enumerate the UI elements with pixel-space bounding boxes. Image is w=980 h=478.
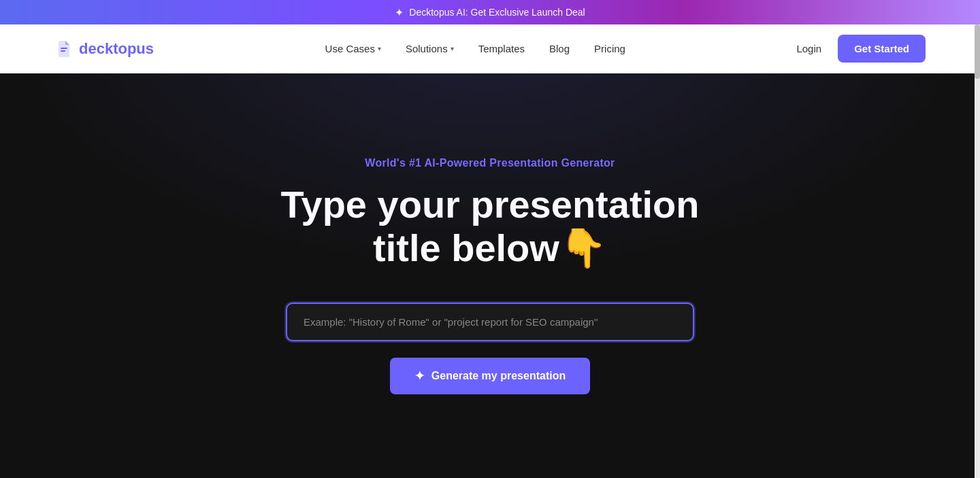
get-started-button[interactable]: Get Started bbox=[838, 35, 926, 63]
svg-rect-0 bbox=[61, 48, 67, 49]
nav-links: Use Cases ▾ Solutions ▾ Templates Blog P… bbox=[325, 43, 625, 54]
nav-link-blog[interactable]: Blog bbox=[549, 43, 570, 54]
generate-button-label: Generate my presentation bbox=[431, 370, 566, 382]
banner-text: Decktopus AI: Get Exclusive Launch Deal bbox=[409, 7, 585, 18]
chevron-down-icon: ▾ bbox=[451, 45, 454, 52]
hero-title: Type your presentation title below👇 bbox=[252, 183, 728, 271]
sparkle-icon: ✦ bbox=[414, 369, 425, 383]
logo-text: decktopus bbox=[79, 40, 154, 58]
logo-icon bbox=[54, 39, 74, 58]
login-button[interactable]: Login bbox=[796, 43, 821, 54]
pointing-down-emoji: 👇 bbox=[559, 226, 607, 270]
svg-rect-1 bbox=[61, 50, 65, 52]
generate-presentation-button[interactable]: ✦ Generate my presentation bbox=[390, 358, 590, 394]
scrollbar-thumb[interactable] bbox=[975, 24, 980, 79]
logo-link[interactable]: decktopus bbox=[54, 39, 154, 58]
nav-link-templates[interactable]: Templates bbox=[478, 43, 525, 54]
search-container bbox=[286, 303, 694, 341]
nav-item-use-cases[interactable]: Use Cases ▾ bbox=[325, 43, 381, 54]
nav-link-solutions[interactable]: Solutions ▾ bbox=[406, 43, 454, 54]
hero-section: World's #1 AI-Powered Presentation Gener… bbox=[0, 73, 980, 478]
navbar: decktopus Use Cases ▾ Solutions ▾ Templa… bbox=[0, 24, 980, 73]
hero-subtitle: World's #1 AI-Powered Presentation Gener… bbox=[365, 157, 615, 169]
nav-item-templates[interactable]: Templates bbox=[478, 43, 525, 54]
nav-item-blog[interactable]: Blog bbox=[549, 43, 570, 54]
banner-sparkle-icon: ✦ bbox=[395, 6, 404, 19]
chevron-down-icon: ▾ bbox=[378, 45, 381, 52]
nav-item-pricing[interactable]: Pricing bbox=[594, 43, 625, 54]
presentation-title-input[interactable] bbox=[286, 303, 694, 341]
scrollbar-track[interactable] bbox=[975, 24, 980, 478]
nav-link-use-cases[interactable]: Use Cases ▾ bbox=[325, 43, 381, 54]
top-banner: ✦ Decktopus AI: Get Exclusive Launch Dea… bbox=[0, 0, 980, 24]
nav-item-solutions[interactable]: Solutions ▾ bbox=[406, 43, 454, 54]
nav-link-pricing[interactable]: Pricing bbox=[594, 43, 625, 54]
nav-right: Login Get Started bbox=[796, 35, 926, 63]
